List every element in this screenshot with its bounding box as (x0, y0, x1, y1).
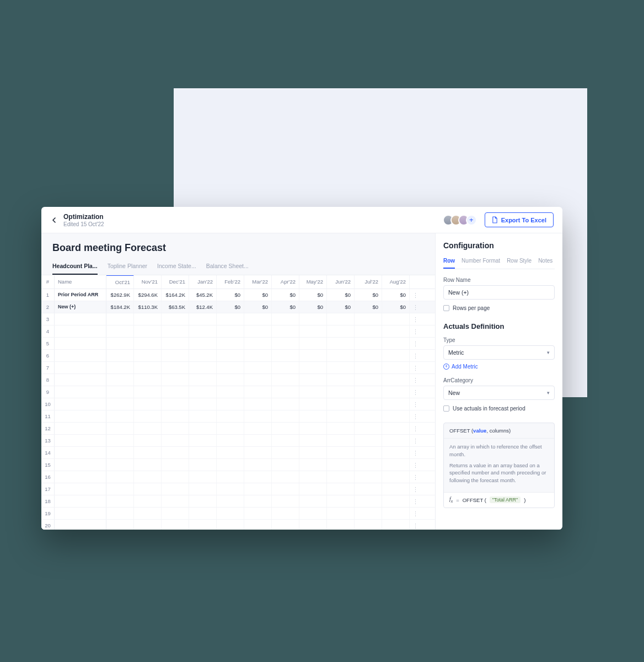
cell[interactable]: $0 (327, 301, 355, 313)
export-to-excel-button[interactable]: Export To Excel (485, 212, 554, 227)
cell[interactable] (299, 362, 327, 373)
cell[interactable] (189, 398, 217, 410)
cell[interactable]: $0 (355, 301, 382, 313)
cell[interactable] (327, 374, 355, 386)
cell[interactable] (355, 338, 382, 349)
row-name-cell[interactable] (55, 398, 106, 410)
cell[interactable] (217, 495, 244, 507)
cell[interactable] (189, 471, 217, 483)
cell[interactable]: $0 (272, 289, 299, 301)
row-more-button[interactable]: ⋯ (410, 410, 420, 422)
row-name-cell[interactable] (55, 508, 106, 519)
table-row[interactable]: 1Prior Period ARR$262.9K$294.6K$164.2K$4… (41, 289, 435, 301)
cell[interactable] (217, 435, 244, 446)
cell[interactable] (272, 374, 299, 386)
cell[interactable] (106, 459, 134, 471)
table-row[interactable]: 10⋯ (41, 398, 435, 410)
cell[interactable] (106, 495, 134, 507)
row-more-button[interactable]: ⋯ (410, 362, 420, 373)
cell[interactable] (327, 520, 355, 530)
row-name-cell[interactable] (55, 459, 106, 471)
back-button[interactable] (49, 215, 59, 225)
cell[interactable] (189, 325, 217, 337)
cell[interactable] (272, 483, 299, 495)
table-row[interactable]: 3⋯ (41, 313, 435, 325)
cell[interactable] (189, 313, 217, 325)
cell[interactable] (355, 459, 382, 471)
cell[interactable] (162, 350, 189, 361)
arr-category-select[interactable]: New ▾ (443, 386, 555, 400)
row-name-cell[interactable] (55, 423, 106, 434)
cell[interactable]: $0 (382, 289, 410, 301)
config-tab-number-format[interactable]: Number Format (461, 255, 500, 269)
cell[interactable] (272, 520, 299, 530)
cell[interactable] (327, 459, 355, 471)
cell[interactable] (382, 374, 410, 386)
cell[interactable] (382, 435, 410, 446)
cell[interactable] (244, 447, 272, 458)
cell[interactable]: $0 (299, 289, 327, 301)
cell[interactable]: $262.9K (106, 289, 134, 301)
cell[interactable] (272, 471, 299, 483)
cell[interactable] (244, 483, 272, 495)
cell[interactable] (272, 362, 299, 373)
cell[interactable] (162, 386, 189, 398)
cell[interactable] (244, 313, 272, 325)
cell[interactable] (299, 447, 327, 458)
cell[interactable] (162, 410, 189, 422)
row-name-cell[interactable] (55, 362, 106, 373)
cell[interactable] (217, 483, 244, 495)
row-more-button[interactable]: ⋯ (410, 508, 420, 519)
row-more-button[interactable]: ⋯ (410, 520, 420, 530)
cell[interactable] (355, 483, 382, 495)
cell[interactable] (217, 313, 244, 325)
cell[interactable] (244, 459, 272, 471)
row-name-cell[interactable] (55, 313, 106, 325)
cell[interactable] (382, 508, 410, 519)
row-name-input[interactable] (443, 285, 555, 300)
cell[interactable]: $0 (244, 289, 272, 301)
table-row[interactable]: 13⋯ (41, 435, 435, 447)
row-name-cell[interactable] (55, 338, 106, 349)
cell[interactable] (244, 423, 272, 434)
cell[interactable] (382, 338, 410, 349)
cell[interactable] (189, 338, 217, 349)
cell[interactable] (162, 398, 189, 410)
table-row[interactable]: 4⋯ (41, 325, 435, 338)
type-select[interactable]: Metric ▾ (443, 345, 555, 360)
cell[interactable] (244, 362, 272, 373)
cell[interactable] (382, 495, 410, 507)
cell[interactable] (244, 325, 272, 337)
tab-income-state-[interactable]: Income State... (157, 259, 196, 275)
cell[interactable] (134, 338, 162, 349)
cell[interactable] (244, 410, 272, 422)
row-more-button[interactable]: ⋯ (410, 398, 420, 410)
cell[interactable] (134, 398, 162, 410)
cell[interactable] (382, 520, 410, 530)
col-header-month[interactable]: Aug'22 (382, 275, 410, 289)
cell[interactable] (272, 508, 299, 519)
col-header-month[interactable]: Jul'22 (355, 275, 382, 289)
row-more-button[interactable]: ⋯ (410, 423, 420, 434)
cell[interactable] (134, 410, 162, 422)
table-row[interactable]: 12⋯ (41, 423, 435, 435)
cell[interactable]: $12.4K (189, 301, 217, 313)
table-row[interactable]: 20⋯ (41, 520, 435, 530)
row-more-button[interactable]: ⋯ (410, 483, 420, 495)
cell[interactable] (162, 483, 189, 495)
table-row[interactable]: 16⋯ (41, 471, 435, 483)
cell[interactable] (106, 423, 134, 434)
cell[interactable] (106, 471, 134, 483)
row-more-button[interactable]: ⋯ (410, 374, 420, 386)
cell[interactable] (244, 398, 272, 410)
cell[interactable] (106, 362, 134, 373)
row-name-cell[interactable] (55, 447, 106, 458)
cell[interactable] (382, 410, 410, 422)
cell[interactable] (217, 520, 244, 530)
cell[interactable] (382, 325, 410, 337)
cell[interactable] (217, 447, 244, 458)
tab-headcount-pla-[interactable]: Headcount Pla... (52, 259, 98, 275)
cell[interactable] (355, 398, 382, 410)
cell[interactable] (189, 520, 217, 530)
row-name-cell[interactable]: Prior Period ARR (55, 289, 106, 301)
